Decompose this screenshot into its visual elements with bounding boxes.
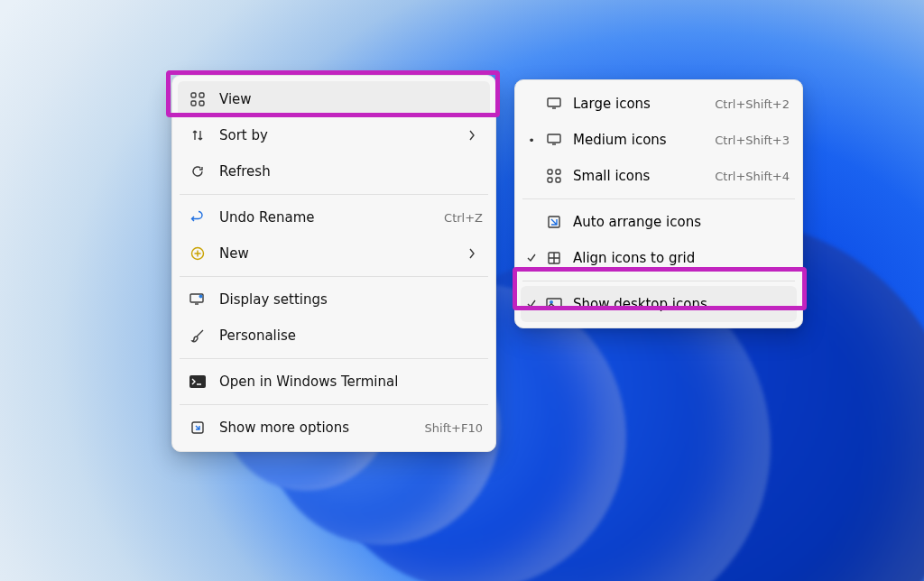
mark-dot-icon: • — [521, 134, 542, 147]
menu-separator — [522, 198, 795, 199]
menu-item-label: New — [210, 245, 468, 262]
svg-rect-12 — [556, 170, 560, 174]
menu-item-label: Sort by — [210, 127, 468, 143]
submenu-item-large-icons[interactable]: Large icons Ctrl+Shift+2 — [515, 86, 802, 122]
submenu-item-auto-arrange[interactable]: Auto arrange icons — [515, 204, 802, 240]
menu-separator — [180, 276, 488, 277]
submenu-item-label: Large icons — [566, 96, 715, 112]
submenu-item-label: Medium icons — [566, 132, 715, 148]
menu-separator — [180, 404, 488, 405]
align-grid-icon — [542, 251, 566, 265]
menu-item-label: Show more options — [210, 420, 416, 436]
menu-item-open-terminal[interactable]: Open in Windows Terminal — [172, 364, 495, 400]
submenu-item-shortcut: Ctrl+Shift+4 — [715, 170, 790, 183]
check-icon — [521, 299, 542, 309]
undo-icon — [185, 210, 210, 225]
plus-circle-icon — [185, 246, 210, 261]
svg-rect-0 — [191, 93, 196, 97]
menu-item-show-more-options[interactable]: Show more options Shift+F10 — [172, 410, 495, 446]
menu-item-undo-rename[interactable]: Undo Rename Ctrl+Z — [172, 199, 495, 235]
chevron-right-icon — [468, 248, 483, 259]
submenu-item-label: Show desktop icons — [566, 296, 790, 312]
monitor-icon — [542, 97, 566, 110]
submenu-item-small-icons[interactable]: Small icons Ctrl+Shift+4 — [515, 158, 802, 194]
menu-item-shortcut: Shift+F10 — [416, 421, 483, 435]
grid-icon — [185, 92, 210, 106]
refresh-icon — [185, 164, 210, 179]
menu-item-label: Personalise — [210, 327, 483, 344]
menu-item-new[interactable]: New — [172, 235, 495, 272]
menu-separator — [180, 194, 488, 195]
auto-arrange-icon — [542, 215, 566, 229]
menu-item-label: Open in Windows Terminal — [210, 374, 483, 390]
display-settings-icon — [185, 292, 210, 307]
sort-icon — [185, 128, 210, 143]
submenu-item-align-to-grid[interactable]: Align icons to grid — [515, 240, 802, 276]
monitor-icon — [542, 134, 566, 146]
svg-rect-10 — [548, 134, 560, 143]
submenu-item-shortcut: Ctrl+Shift+3 — [715, 134, 790, 147]
menu-separator — [180, 358, 488, 359]
check-icon — [521, 253, 542, 263]
menu-item-label: View — [210, 91, 483, 107]
svg-rect-2 — [191, 101, 196, 106]
menu-item-label: Display settings — [210, 291, 483, 308]
submenu-item-medium-icons[interactable]: • Medium icons Ctrl+Shift+3 — [515, 122, 802, 158]
view-submenu: Large icons Ctrl+Shift+2 • Medium icons … — [514, 79, 803, 328]
menu-item-sort-by[interactable]: Sort by — [172, 117, 495, 153]
chevron-right-icon — [468, 130, 483, 141]
brush-icon — [185, 328, 210, 343]
desktop-icon — [542, 298, 566, 310]
terminal-icon — [185, 375, 210, 388]
submenu-item-label: Align icons to grid — [566, 250, 790, 266]
menu-item-view[interactable]: View — [178, 81, 490, 117]
menu-item-shortcut: Ctrl+Z — [435, 211, 483, 225]
menu-separator — [522, 281, 795, 281]
menu-item-label: Refresh — [210, 163, 483, 180]
submenu-item-shortcut: Ctrl+Shift+2 — [715, 97, 790, 111]
svg-rect-3 — [199, 101, 204, 106]
menu-item-refresh[interactable]: Refresh — [172, 153, 495, 189]
desktop-context-menu: View Sort by Refresh Undo Rename Ctrl+Z … — [171, 75, 496, 452]
svg-rect-13 — [548, 178, 552, 182]
submenu-item-label: Small icons — [566, 168, 715, 184]
menu-item-label: Undo Rename — [210, 209, 435, 226]
submenu-item-label: Auto arrange icons — [566, 214, 790, 230]
menu-item-display-settings[interactable]: Display settings — [172, 281, 495, 318]
svg-rect-9 — [548, 98, 560, 106]
menu-item-personalise[interactable]: Personalise — [172, 318, 495, 354]
svg-rect-14 — [556, 178, 560, 182]
svg-rect-11 — [548, 170, 552, 174]
submenu-item-show-desktop-icons[interactable]: Show desktop icons — [521, 286, 797, 322]
svg-rect-1 — [199, 93, 204, 97]
svg-rect-7 — [189, 375, 206, 388]
expand-icon — [185, 420, 210, 435]
grid-icon — [542, 169, 566, 183]
svg-point-6 — [199, 295, 203, 299]
